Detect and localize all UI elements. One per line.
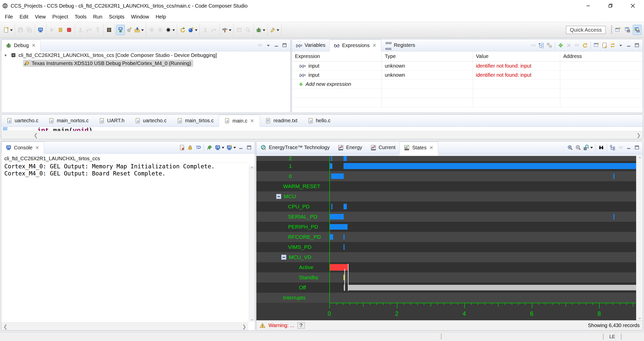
- state-row-label[interactable]: SERIAL_PD: [288, 214, 317, 220]
- state-row-label[interactable]: Interrupts: [283, 295, 306, 301]
- refresh-button[interactable]: [581, 41, 589, 50]
- dropdown-arrow-icon[interactable]: [590, 147, 593, 150]
- state-row-label[interactable]: PERIPH_PD: [288, 224, 318, 230]
- state-row-label[interactable]: 0: [289, 173, 292, 179]
- retreat-into-button[interactable]: [201, 25, 210, 35]
- profile-b-button[interactable]: [156, 25, 165, 35]
- collapse-group-icon[interactable]: [276, 194, 281, 199]
- dropdown-arrow-icon[interactable]: [229, 29, 231, 32]
- ccs-edit-perspective-button[interactable]: [623, 25, 632, 35]
- dropdown-arrow-icon[interactable]: [277, 29, 279, 32]
- state-row-label[interactable]: VIMS_PD: [288, 244, 311, 250]
- debug-tree-item[interactable]: Texas Instruments XDS110 USB Debug Probe…: [1, 59, 290, 68]
- minimize-button[interactable]: [625, 41, 633, 50]
- show-logical-structure-button[interactable]: [537, 41, 545, 50]
- scroll-down-icon[interactable]: ⌄: [637, 315, 643, 320]
- warning-text[interactable]: Warning: ...: [269, 323, 294, 328]
- state-row-label[interactable]: MCU: [284, 193, 296, 199]
- connect-target-button[interactable]: [116, 25, 125, 35]
- console-horizontal-scrollbar[interactable]: ❮ ❯: [1, 322, 248, 330]
- states-chart[interactable]: 210WARM_RESETMCUCPU_PDSERIAL_PDPERIPH_PD…: [256, 156, 636, 320]
- zoom-fit-button[interactable]: [582, 143, 594, 152]
- open-perspective-button[interactable]: [614, 25, 622, 35]
- scroll-right-icon[interactable]: ❯: [242, 324, 246, 329]
- ccs-debug-perspective-button[interactable]: [633, 25, 641, 35]
- dropdown-arrow-icon[interactable]: [195, 29, 197, 32]
- new-file-button[interactable]: [2, 25, 13, 35]
- editor-tab-uartecho-c[interactable]: .cuartecho.c: [1, 115, 43, 127]
- close-tab-icon[interactable]: [250, 118, 255, 123]
- view-tab-current[interactable]: Current: [366, 142, 400, 153]
- load-program-button[interactable]: [133, 25, 145, 35]
- clear-console-button[interactable]: [178, 143, 186, 152]
- dropdown-arrow-icon[interactable]: [263, 29, 265, 32]
- remove-all-expressions-button[interactable]: [573, 41, 581, 50]
- menu-project[interactable]: Project: [49, 13, 71, 21]
- editor-tab-readme-txt[interactable]: readme.txt: [260, 115, 302, 127]
- dropdown-arrow-icon[interactable]: [10, 29, 13, 32]
- column-header-type[interactable]: Type: [382, 51, 473, 61]
- view-menu-button[interactable]: [617, 143, 625, 152]
- new-target-configuration-button[interactable]: [187, 25, 198, 35]
- zoom-out-button[interactable]: [574, 143, 582, 152]
- suspend-button[interactable]: [56, 25, 65, 35]
- expand-arrow-icon[interactable]: ▾: [3, 53, 8, 58]
- view-menu-button[interactable]: [617, 41, 625, 50]
- state-row-label[interactable]: MCU_VD: [289, 254, 311, 260]
- show-type-names-button[interactable]: <T>: [529, 41, 537, 50]
- menu-run[interactable]: Run: [90, 13, 106, 21]
- expression-row[interactable]: (x)=inputunknownidentifier not found: in…: [292, 71, 643, 80]
- menu-edit[interactable]: Edit: [16, 13, 31, 21]
- state-row-label[interactable]: 1: [289, 163, 292, 169]
- state-row-label[interactable]: Off: [299, 285, 306, 291]
- menu-view[interactable]: View: [32, 13, 49, 21]
- resume-button[interactable]: [48, 25, 56, 35]
- save-button[interactable]: [16, 25, 25, 35]
- tree-mode-button[interactable]: [609, 143, 616, 152]
- find-button[interactable]: [597, 143, 605, 152]
- close-tab-icon[interactable]: [429, 145, 434, 150]
- step-return-button[interactable]: [93, 25, 102, 35]
- view-tab-console[interactable]: Console: [1, 142, 44, 154]
- collapse-group-icon[interactable]: [281, 255, 286, 260]
- scroll-left-icon[interactable]: ❮: [3, 324, 8, 329]
- column-header-value[interactable]: Value: [473, 51, 560, 61]
- close-tab-icon[interactable]: [31, 43, 36, 48]
- maximize-button[interactable]: [633, 143, 641, 152]
- open-console-button[interactable]: [226, 143, 237, 152]
- menu-scripts[interactable]: Scripts: [106, 13, 128, 21]
- open-element-button[interactable]: [235, 25, 244, 35]
- memory-browser-button[interactable]: [105, 25, 113, 35]
- pin-tool-button[interactable]: [269, 25, 280, 35]
- flash-settings-button[interactable]: [125, 25, 133, 35]
- maximize-button[interactable]: [281, 41, 288, 50]
- view-tab-registers[interactable]: 10100101Registers: [381, 39, 419, 51]
- menu-help[interactable]: Help: [152, 13, 169, 21]
- edit-expression-button[interactable]: [601, 41, 608, 50]
- scroll-left-icon[interactable]: ❮: [34, 133, 38, 138]
- debug-tree-item[interactable]: ▾cli_ftd_CC26X2R1_LAUNCHXL_tirtos_ccs [C…: [1, 51, 290, 59]
- view-tab-debug[interactable]: Debug: [1, 39, 41, 51]
- debug-console-button[interactable]: [36, 25, 45, 35]
- remove-expression-button[interactable]: [565, 41, 573, 50]
- dropdown-arrow-icon[interactable]: [222, 147, 224, 150]
- menu-window[interactable]: Window: [128, 13, 152, 21]
- step-over-button[interactable]: [85, 25, 93, 35]
- close-tab-icon[interactable]: [372, 43, 377, 48]
- reevaluate-button[interactable]: [609, 41, 616, 50]
- editor-tab-main-c[interactable]: .cmain.c: [219, 115, 260, 127]
- state-row-label[interactable]: Standby: [299, 274, 318, 280]
- view-tab-variables[interactable]: (x)=Variables: [292, 39, 329, 51]
- view-tab-energytrace-technology[interactable]: EnergyTrace™ Technology: [256, 142, 334, 153]
- editor-tab-main-tirtos-c[interactable]: .cmain_tirtos.c: [172, 115, 219, 127]
- editor-tab-uartecho-c[interactable]: .cuartecho.c: [130, 115, 172, 127]
- scroll-lock-button[interactable]: [186, 143, 194, 152]
- search-button[interactable]: [244, 25, 252, 35]
- new-expressions-view-button[interactable]: [593, 41, 600, 50]
- column-header-expression[interactable]: Expression: [292, 51, 382, 61]
- word-wrap-button[interactable]: [194, 143, 202, 152]
- minimize-button[interactable]: [625, 143, 633, 152]
- minimize-button[interactable]: [237, 143, 245, 152]
- editor-body[interactable]: int main(void): [1, 127, 643, 131]
- menu-file[interactable]: File: [2, 13, 16, 21]
